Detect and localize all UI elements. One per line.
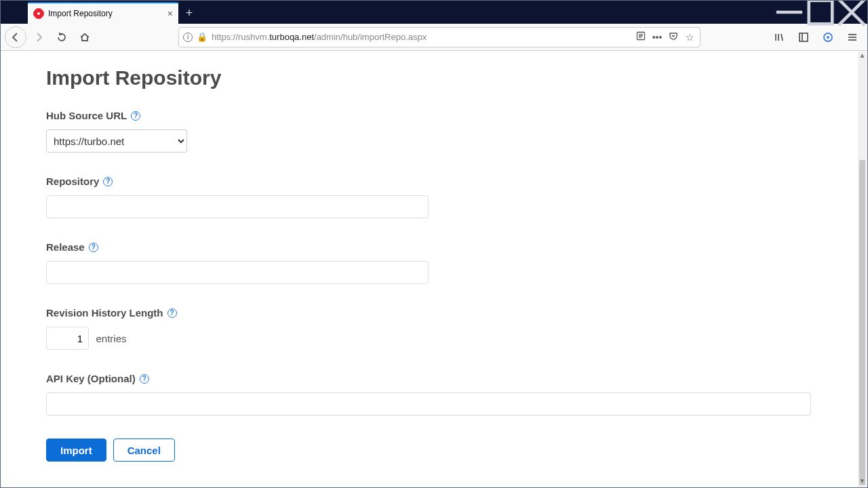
- import-button[interactable]: Import: [46, 439, 106, 462]
- label-hub-source: Hub Source URL: [46, 110, 127, 121]
- label-apikey: API Key (Optional): [46, 373, 136, 384]
- field-apikey: API Key (Optional) ?: [46, 373, 813, 415]
- label-release: Release: [46, 241, 85, 253]
- svg-line-10: [781, 34, 783, 41]
- repository-input[interactable]: [46, 195, 429, 218]
- field-repository: Repository ?: [46, 176, 813, 218]
- browser-tab-active[interactable]: Import Repository ×: [28, 2, 178, 24]
- new-tab-button[interactable]: +: [178, 2, 200, 24]
- favicon-icon: [33, 8, 44, 19]
- reload-button[interactable]: [51, 26, 73, 48]
- page-title: Import Repository: [46, 66, 813, 89]
- field-release: Release ?: [46, 241, 813, 284]
- home-button[interactable]: [74, 26, 96, 48]
- scrollbar-thumb[interactable]: [859, 160, 865, 485]
- label-revision: Revision History Length: [46, 307, 163, 319]
- vertical-scrollbar[interactable]: ▲ ▼: [858, 52, 867, 487]
- forward-button[interactable]: [28, 26, 50, 48]
- tab-title: Import Repository: [48, 9, 163, 18]
- library-icon[interactable]: [768, 26, 790, 48]
- field-revision: Revision History Length ? entries: [46, 307, 813, 350]
- close-tab-icon[interactable]: ×: [167, 9, 173, 18]
- field-hub-source: Hub Source URL ? https://turbo.net: [46, 110, 813, 152]
- pocket-icon[interactable]: [667, 31, 679, 43]
- lock-icon: 🔒: [197, 32, 208, 42]
- scroll-down-arrow-icon[interactable]: ▼: [858, 477, 867, 487]
- help-icon[interactable]: ?: [103, 177, 113, 186]
- bookmark-star-icon[interactable]: ☆: [684, 32, 696, 43]
- apikey-input[interactable]: [46, 392, 811, 415]
- revision-suffix: entries: [96, 333, 126, 344]
- button-row: Import Cancel: [46, 439, 813, 462]
- release-input[interactable]: [46, 261, 429, 284]
- help-icon[interactable]: ?: [131, 111, 140, 121]
- label-repository: Repository: [46, 176, 99, 187]
- help-icon[interactable]: ?: [89, 243, 98, 252]
- revision-input[interactable]: [46, 327, 89, 350]
- svg-rect-1: [809, 1, 833, 24]
- page-viewport: Import Repository Hub Source URL ? https…: [1, 52, 858, 487]
- window-minimize-button[interactable]: [774, 1, 805, 24]
- hub-source-select[interactable]: https://turbo.net: [46, 129, 187, 152]
- cancel-button[interactable]: Cancel: [113, 439, 175, 462]
- help-icon[interactable]: ?: [140, 374, 149, 384]
- browser-toolbar: i 🔒 https://rushvm.turboqa.net/admin/hub…: [1, 24, 867, 51]
- reader-mode-icon[interactable]: [635, 31, 647, 43]
- window-maximize-button[interactable]: [805, 1, 836, 24]
- site-info-icon[interactable]: i: [183, 33, 193, 42]
- tab-strip-spacer: [1, 1, 28, 24]
- extension-icon[interactable]: [817, 26, 839, 48]
- back-button[interactable]: [5, 26, 26, 48]
- menu-icon[interactable]: [842, 26, 863, 48]
- browser-titlebar: Import Repository × +: [1, 1, 867, 24]
- scroll-up-arrow-icon[interactable]: ▲: [858, 52, 867, 61]
- svg-rect-11: [800, 33, 808, 41]
- url-bar[interactable]: i 🔒 https://rushvm.turboqa.net/admin/hub…: [178, 27, 701, 47]
- window-close-button[interactable]: [836, 1, 867, 24]
- help-icon[interactable]: ?: [167, 308, 177, 318]
- sidebar-icon[interactable]: [793, 26, 814, 48]
- svg-point-14: [827, 36, 829, 39]
- url-text: https://rushvm.turboqa.net/admin/hub/imp…: [212, 32, 631, 42]
- page-actions-icon[interactable]: •••: [651, 32, 663, 43]
